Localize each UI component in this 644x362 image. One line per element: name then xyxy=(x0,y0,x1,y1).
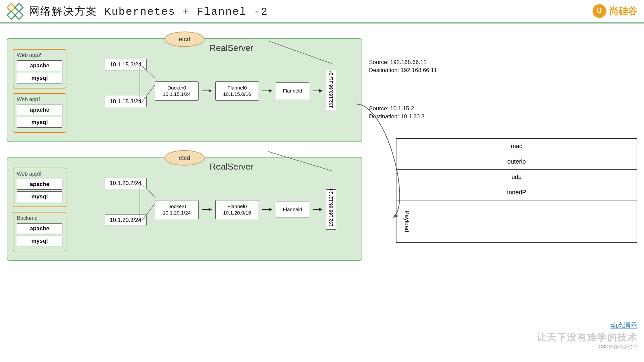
arrow6 xyxy=(313,206,323,213)
server1-iface: 192.168.66.11/ 24 xyxy=(326,71,336,111)
table-innerip: InnerlP xyxy=(396,185,637,200)
server2-iface: 192.168.66.12/ 24 xyxy=(326,189,336,230)
dynamic-demo-link[interactable]: 动态演示 xyxy=(537,321,637,330)
svg-marker-9 xyxy=(269,89,272,93)
packet-info-top: Source: 192.168.66.11 Destination: 192.1… xyxy=(369,59,637,75)
webapp3-container: Web app3 apache mysql xyxy=(13,168,66,207)
server1-ip2: 10.1.15.3/24 xyxy=(105,96,147,107)
footer-slogan: 让天下没有难学的技术 xyxy=(537,331,637,344)
svg-rect-0 xyxy=(7,3,15,11)
arrow1 xyxy=(202,87,212,94)
right-area: Source: 192.168.66.11 Destination: 192.1… xyxy=(369,29,637,357)
server1-apps: Web app2 apache mysql Web app1 apache my… xyxy=(13,49,66,133)
server2-flannel0: Flannel0 10.1.20.0/16 xyxy=(215,200,259,219)
webapp1-container: Web app1 apache mysql xyxy=(13,93,66,133)
backend-label: Backend xyxy=(17,215,62,221)
server1-network-row: Docker0 10.1.15.1/24 Flannel0 10.1.15.0/… xyxy=(155,71,336,111)
server1-ip1: 10.1.15.2/24 xyxy=(105,59,147,70)
svg-marker-16 xyxy=(209,208,212,211)
webapp3-apache: apache xyxy=(17,179,62,190)
server1-docker0: Docker0 10.1.15.1/24 xyxy=(155,81,199,101)
server2-title: RealServer xyxy=(107,162,356,172)
svg-rect-3 xyxy=(15,11,23,19)
server2-network-row: Docker0 10.1.20.1/24 Flannel0 10.1.20.0/… xyxy=(155,189,336,230)
logo-icon xyxy=(7,3,23,20)
backend-container: Backend apache mysql xyxy=(13,212,66,251)
server2-etcd: etcd xyxy=(164,150,205,166)
server1-flanneld: Flanneld xyxy=(276,82,309,99)
svg-marker-18 xyxy=(269,208,272,211)
src-line-bottom: Source: 10.1.15.2 xyxy=(369,105,637,112)
diagrams-area: etcd RealServer Web app2 apache mysql We… xyxy=(7,29,362,357)
brand-text: 尚硅谷 xyxy=(609,5,637,18)
webapp1-apache: apache xyxy=(17,105,62,115)
server2-docker0: Docker0 10.1.20.1/24 xyxy=(155,200,199,219)
server1-flannel0: Flannel0 10.1.15.0/16 xyxy=(215,81,259,101)
backend-apache: apache xyxy=(17,223,62,234)
table-outerip: outerlp xyxy=(396,154,637,170)
webapp2-container: Web app2 apache mysql xyxy=(13,49,66,88)
server2-box: etcd RealServer Web app3 apache mysql Ba… xyxy=(7,157,362,261)
header: 网络解决方案 Kubernetes + Flannel -2 U 尚硅谷 xyxy=(0,0,644,23)
dst-line-bottom: Destination: 10.1.20.3 xyxy=(369,113,637,120)
svg-text:U: U xyxy=(597,7,602,14)
webapp2-label: Web app2 xyxy=(17,52,62,58)
arrow3 xyxy=(313,87,323,94)
table-mac: mac xyxy=(396,139,637,154)
brand: U 尚硅谷 xyxy=(592,4,637,19)
main-content: etcd RealServer Web app2 apache mysql We… xyxy=(0,23,644,362)
packet-table: mac outerlp udp InnerlP Payload xyxy=(396,138,637,243)
svg-marker-7 xyxy=(209,89,212,93)
src-line-top: Source: 192.168.66.11 xyxy=(369,59,637,66)
server2-flanneld: Flanneld xyxy=(276,201,309,218)
webapp3-mysql: mysql xyxy=(17,191,62,202)
footer-credit: CSDN @Zz罗伯特 xyxy=(537,344,637,350)
server2-ip2: 10.1.20.3/24 xyxy=(105,215,147,226)
page-title: 网络解决方案 Kubernetes + Flannel -2 xyxy=(29,4,268,19)
webapp3-label: Web app3 xyxy=(17,171,62,177)
server2-ip1: 10.1.20.2/24 xyxy=(105,178,147,189)
webapp1-label: Web app1 xyxy=(17,97,62,103)
svg-rect-2 xyxy=(7,11,15,19)
arrow5 xyxy=(262,206,272,213)
svg-rect-1 xyxy=(15,3,23,11)
footer: 动态演示 让天下没有难学的技术 CSDN @Zz罗伯特 xyxy=(537,321,637,350)
arrow2 xyxy=(262,87,272,94)
server1-etcd: etcd xyxy=(164,32,205,47)
packet-info-bottom: Source: 10.1.15.2 Destination: 10.1.20.3 xyxy=(369,105,637,121)
table-udp: udp xyxy=(396,170,637,185)
table-payload: Payload xyxy=(396,200,437,242)
svg-marker-11 xyxy=(319,89,323,93)
brand-icon: U xyxy=(592,4,607,19)
dst-line-top: Destination: 192.168.66.11 xyxy=(369,67,637,74)
server1-title: RealServer xyxy=(107,43,356,53)
webapp2-apache: apache xyxy=(17,60,62,71)
webapp2-mysql: mysql xyxy=(17,73,62,83)
webapp1-mysql: mysql xyxy=(17,117,62,128)
backend-mysql: mysql xyxy=(17,236,62,246)
server2-apps: Web app3 apache mysql Backend apache mys… xyxy=(13,168,66,251)
svg-marker-20 xyxy=(319,208,323,211)
server1-box: etcd RealServer Web app2 apache mysql We… xyxy=(7,38,362,142)
arrow4 xyxy=(202,206,212,213)
